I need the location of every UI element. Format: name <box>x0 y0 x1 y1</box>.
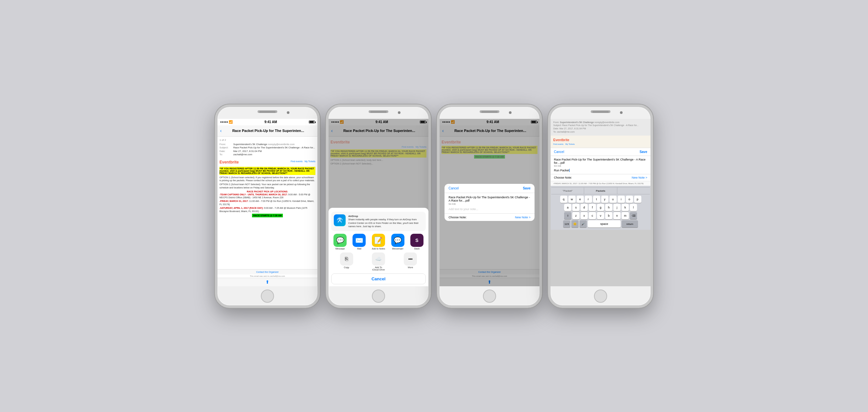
camera-2 <box>398 111 401 114</box>
phone-4: ●●●●● 📶 9:41 AM ‹ Race Packet Pick-Up fo… <box>548 104 653 308</box>
notes-file-area-4: Race Packet Pick-Up for The Superintende… <box>551 156 651 174</box>
notes-header-3: Cancel Save <box>444 184 534 193</box>
key-123-4[interactable]: 123 <box>563 220 570 228</box>
notes-typed-text-4[interactable]: Run Packet <box>554 169 647 172</box>
share-cancel-button-2[interactable]: Cancel <box>331 273 426 284</box>
home-button-1[interactable] <box>261 289 274 303</box>
notes-choose-row-4: Choose Note: New Note > <box>551 174 651 181</box>
suggestion-3-4[interactable] <box>617 187 650 194</box>
contact-organizer-1[interactable]: Contact the Organizer <box>217 269 317 274</box>
key-j-4[interactable]: j <box>613 204 621 211</box>
screen-1: ●●●●● 📶 9:41 AM ‹ Race Packet Pick-Up fo… <box>217 119 317 286</box>
notes-new-note-button-4[interactable]: New Note > <box>632 176 647 179</box>
key-d-4[interactable]: d <box>581 204 588 211</box>
phone-1: ●●●●● 📶 9:41 AM ‹ Race Packet Pick-Up fo… <box>215 104 320 308</box>
action-bar-1: ⬆ <box>217 278 317 286</box>
key-g-4[interactable]: g <box>597 204 604 211</box>
key-space-4[interactable]: space <box>588 220 621 228</box>
key-delete-4[interactable]: ⌫ <box>630 212 637 219</box>
key-e-4[interactable]: e <box>577 196 584 203</box>
key-p-4[interactable]: p <box>634 196 641 203</box>
key-return-4[interactable]: return <box>622 220 638 228</box>
share-action-more-2[interactable]: ••• More <box>404 252 417 271</box>
notes-sheet-keyboard-4: From: Superintendent's 5K Challenge nore… <box>551 119 651 286</box>
share-app-message-2[interactable]: 💬 Message <box>334 234 347 250</box>
share-app-notes-2[interactable]: 📝 Add to Notes <box>372 234 385 250</box>
status-time-1: 9:41 AM <box>265 120 277 124</box>
key-l-4[interactable]: l <box>630 204 637 211</box>
home-button-2[interactable] <box>372 289 385 303</box>
share-app-slack-2[interactable]: S Slack <box>410 234 424 250</box>
key-z-4[interactable]: z <box>572 212 580 219</box>
signal-area-1: ●●●●● 📶 <box>220 120 232 124</box>
key-o-4[interactable]: o <box>626 196 633 203</box>
camera-1 <box>287 111 289 114</box>
key-m-4[interactable]: m <box>622 212 629 219</box>
notes-text-placeholder-3[interactable]: Add text to your note... <box>448 207 531 211</box>
key-f-4[interactable]: f <box>589 204 596 211</box>
key-k-4[interactable]: k <box>622 204 629 211</box>
keyboard-row-2-4: a s d f g h j k l <box>551 204 650 211</box>
suggestion-1-4[interactable]: "Packet" <box>551 187 584 194</box>
battery-area-1 <box>309 121 315 124</box>
keyboard-row-3-4: ⇧ z x c v b n m ⌫ <box>551 212 650 219</box>
icloud-icon-2: ☁️ <box>372 252 385 266</box>
notes-filename-4: Race Packet Pick-Up for The Superintende… <box>554 158 647 165</box>
key-q-4[interactable]: q <box>560 196 567 203</box>
wifi-icon-1: 📶 <box>229 120 232 124</box>
key-x-4[interactable]: x <box>581 212 588 219</box>
home-button-3[interactable] <box>483 289 496 303</box>
share-icon-1[interactable]: ⬆ <box>266 279 270 285</box>
email-content-1: 1 of 2 From:Subject:Date:To: Superintend… <box>217 137 317 269</box>
key-y-4[interactable]: y <box>601 196 609 203</box>
key-u-4[interactable]: u <box>610 196 617 203</box>
notes-new-note-button-3[interactable]: New Note > <box>515 216 531 219</box>
key-w-4[interactable]: w <box>568 196 576 203</box>
camera-4 <box>620 111 623 114</box>
key-c-4[interactable]: c <box>589 212 596 219</box>
key-b-4[interactable]: b <box>605 212 612 219</box>
key-a-4[interactable]: a <box>564 204 571 211</box>
notes-cancel-button-3[interactable]: Cancel <box>448 186 459 190</box>
key-s-4[interactable]: s <box>572 204 580 211</box>
speaker-1 <box>259 111 276 113</box>
phones-container: ●●●●● 📶 9:41 AM ‹ Race Packet Pick-Up fo… <box>215 104 653 308</box>
mail-app-icon-2: ✉️ <box>352 234 366 247</box>
suggestion-2-4[interactable]: Packets <box>584 187 617 194</box>
key-shift-4[interactable]: ⇧ <box>564 212 571 219</box>
email-header-1: From:Subject:Date:To: Superintendent's 5… <box>219 143 315 157</box>
share-app-mail-2[interactable]: ✉️ Mail <box>352 234 366 250</box>
phone-3: ●●●●● 📶 9:41 AM ‹ Race Packet Pick-Up fo… <box>437 104 542 308</box>
notes-choose-label-4: Choose Note: <box>554 176 572 179</box>
key-t-4[interactable]: t <box>593 196 600 203</box>
notes-app-icon-2: 📝 <box>372 234 385 247</box>
notes-content-3: Race Packet Pick-Up for The Superintende… <box>444 193 534 213</box>
my-tickets-link-1[interactable]: My Tickets <box>305 160 315 163</box>
share-action-icloud-2[interactable]: ☁️ Add ToiCloud Drive <box>372 252 385 271</box>
highlight-1: **IF YOU REGISTERED AFTER 11:59 PM ON FR… <box>219 167 315 175</box>
item1-1: -TEAM CAPTAINS ONLY - UNTIL THURSDAY, MA… <box>219 193 315 200</box>
keyboard-row-1-4: q w e r t y u i o p <box>551 196 650 203</box>
home-button-4[interactable] <box>594 289 607 303</box>
airdrop-icon-2 <box>334 214 346 226</box>
key-v-4[interactable]: v <box>597 212 604 219</box>
share-action-copy-2[interactable]: ⎘ Copy <box>340 252 353 271</box>
key-n-4[interactable]: n <box>613 212 621 219</box>
notes-save-button-4[interactable]: Save <box>640 150 647 153</box>
camera-3 <box>509 111 512 114</box>
more-icon-2: ••• <box>404 252 417 266</box>
key-emoji-4[interactable]: 😊 <box>571 220 579 228</box>
airdrop-title-2: AirDrop <box>348 214 423 218</box>
notes-cancel-button-4[interactable]: Cancel <box>554 150 564 153</box>
notes-save-button-3[interactable]: Save <box>523 186 530 190</box>
key-i-4[interactable]: i <box>618 196 625 203</box>
key-mic-4[interactable]: 🎤 <box>580 220 587 228</box>
share-apps-row-2: 💬 Message ✉️ Mail 📝 Add to Notes 💬 <box>331 234 426 250</box>
keyboard-row-4-4: 123 😊 🎤 space return <box>551 220 650 228</box>
key-h-4[interactable]: h <box>605 204 612 211</box>
find-events-link-1[interactable]: Find events <box>291 160 303 163</box>
screen-4: ●●●●● 📶 9:41 AM ‹ Race Packet Pick-Up fo… <box>551 119 651 286</box>
section-header-1: RACE PACKET PICK-UP LOCATIONS: <box>219 191 315 193</box>
key-r-4[interactable]: r <box>585 196 592 203</box>
share-app-messenger-2[interactable]: 💬 Messenger <box>391 234 404 250</box>
